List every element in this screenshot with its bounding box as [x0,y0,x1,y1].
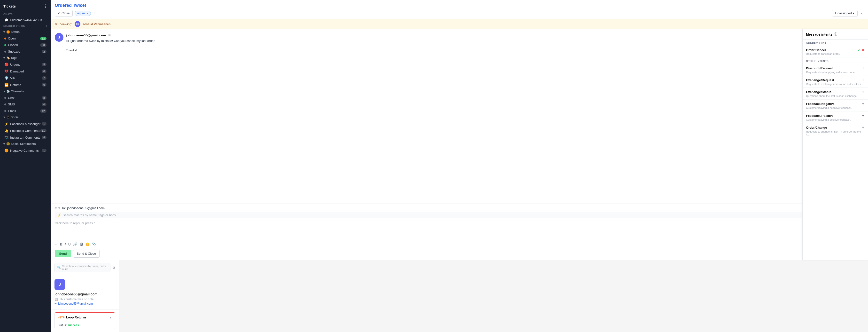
intent-item-order-change[interactable]: Order/Change + Requests to change an ite… [803,123,868,138]
chevron-down-icon-reply: ▾ [58,206,60,210]
sidebar-menu-icon[interactable]: ⋮ [44,4,48,8]
close-button[interactable]: ✓ Close [55,10,73,17]
send-button[interactable]: Send [55,250,71,258]
sidebar-item-customer[interactable]: 💬 Customer #464842863 [1,17,50,23]
intent-exchange-request-name: Exchange/Request [806,78,834,82]
integration-card: HTTP Loop Returns ▲ Status: success [55,312,115,329]
fb-comments-icon: 👍 [4,129,8,132]
intent-order-change-name: Order/Change [806,126,827,129]
message-body: Hi I just ordered twice by mistake! Can … [66,38,864,53]
underline-icon[interactable]: U [68,242,71,246]
search-customers[interactable]: 🔍 Search for customers by email, order n… [55,263,111,272]
link-icon[interactable]: 🔗 [73,242,77,246]
attach-icon[interactable]: 📎 [92,242,96,246]
intent-exchange-status-plus[interactable]: + [862,90,864,94]
intent-actions: ✓ ✕ [858,48,864,52]
checkmark-icon: ✓ [58,11,61,15]
sidebar-item-instagram-comments[interactable]: 📷 Instagram Comments 4 [1,134,50,141]
intent-exchange-status-header: Exchange/Status + [806,90,864,94]
sidebar-item-email[interactable]: Email 12 [1,108,50,114]
unassigned-button[interactable]: Unassigned ▾ [832,10,858,17]
fb-comments-count: 11 [40,129,46,132]
tags-section-toggle[interactable]: ▾ 🏷️ Tags [0,55,51,61]
negative-comments-label: Negative Comments [10,149,39,152]
chevron-down-icon-channels: ▾ [3,90,5,93]
sidebar-item-negative-comments[interactable]: 🟠 Negative Comments 1 [1,147,50,154]
social-section-toggle[interactable]: ▾ 📱 Social [0,114,51,120]
ticket-title: Ordered Twice! [55,3,864,8]
intent-feedback-positive-name: Feedback/Positive [806,114,833,118]
collapse-icon[interactable]: ▲ [109,316,112,319]
unassigned-label: Unassigned [835,11,852,15]
intent-feedback-positive-plus[interactable]: + [862,113,864,118]
sidebar-item-facebook-comments[interactable]: 👍 Facebook Comments 11 [1,127,50,134]
sidebar-item-urgent[interactable]: 🔴 Urgent 5 [1,61,50,68]
messenger-label: Facebook Messenger [10,122,40,126]
ig-comments-icon: 📷 [4,135,8,139]
status-section-toggle[interactable]: ▾ 🟠 Status [0,29,51,35]
closed-label: Closed [8,43,18,47]
intent-item-exchange-status[interactable]: Exchange/Status + Questions about the st… [803,88,868,100]
dots-icon: ··· [55,242,58,246]
intent-feedback-negative-plus[interactable]: + [862,101,864,106]
intent-item-order-cancel[interactable]: Order/Cancel ✓ ✕ Requests to cancel an o… [803,46,868,57]
email-dot-icon [4,110,6,112]
ig-comments-count: 4 [42,136,46,139]
sidebar-item-open[interactable]: Open 12 [1,35,50,41]
intent-feedback-negative-header: Feedback/Negative + [806,101,864,106]
macro-search[interactable]: ⚡ Search macros by name, tags or body... [55,212,864,218]
sidebar-item-snoozed[interactable]: Snoozed 2 [1,49,50,55]
returns-count: 0 [42,83,46,87]
sidebar-item-damaged[interactable]: 💔 Damaged 0 [1,68,50,74]
reply-toolbar: ··· B I U 🔗 🖼 😊 📎 [55,241,864,248]
reply-icons: ✉ ▾ [55,206,60,210]
reply-input[interactable]: Click here to reply, or press r. [55,220,864,240]
remove-tag-icon[interactable]: × [87,12,88,15]
intent-discount-name: Discount/Request [806,66,833,70]
urgent-tag[interactable]: urgent × [74,11,91,16]
integration-body: Status: success [55,322,115,329]
intent-check-icon[interactable]: ✓ [858,48,860,52]
message-card: J johndoeone55@gmail.com ✉ Order/Cancel … [55,33,864,53]
ticket-menu-icon[interactable]: ⋮ [860,11,864,16]
sidebar-header: Tickets ⋮ [0,0,51,11]
intent-discount-plus[interactable]: + [862,66,864,70]
social-sentiments-section-toggle[interactable]: ▾ 😊 Social Sentiments [0,141,51,147]
intent-order-change-plus[interactable]: + [862,125,864,130]
integration-badge-http: HTTP [58,316,65,319]
integration-title: HTTP Loop Returns [58,315,87,319]
intent-x-icon[interactable]: ✕ [862,48,864,52]
viewer-avatar: AV [74,21,81,27]
search-icon: 🔍 [57,266,61,269]
intent-discount-desc: Requests about applying a discount code. [806,71,864,74]
returns-label: Returns [10,83,21,87]
intent-feedback-negative-desc: Customer leaving a negative feedback. [806,107,864,109]
send-close-button[interactable]: Send & Close [73,250,100,258]
add-shared-view-button[interactable]: + [46,25,48,27]
customer-email-link[interactable]: ✉ johndoeone55@gmail.com [55,302,115,305]
reply-area: ✉ ▾ To: johndoeone55@gmail.com ⚡ Search … [51,204,868,260]
sidebar-item-chat[interactable]: Chat 8 [1,95,50,101]
chevron-down-icon-unassigned: ▾ [853,11,855,15]
image-icon[interactable]: 🖼 [80,242,83,246]
intent-exchange-request-plus[interactable]: + [862,78,864,82]
italic-icon[interactable]: I [65,242,66,246]
sidebar-title: Tickets [3,4,16,8]
sidebar-item-vip[interactable]: 💎 VIP 7 [1,75,50,81]
order-cancel-section-label: ORDER/CANCEL [803,40,868,46]
ticket-header: Ordered Twice! ✓ Close urgent × + Unassi… [51,0,868,19]
emoji-icon[interactable]: 😊 [86,242,90,246]
sidebar-item-sms[interactable]: SMS 0 [1,101,50,108]
sidebar-item-returns[interactable]: 🔁 Returns 0 [1,82,50,88]
sidebar-item-facebook-messenger[interactable]: ⚡ Facebook Messenger 1 [1,121,50,127]
intent-item-feedback-positive[interactable]: Feedback/Positive + Customer leaving a p… [803,112,868,123]
intent-item-exchange-request[interactable]: Exchange/Request + Requests to exchange … [803,76,868,88]
bold-icon[interactable]: B [60,242,62,246]
add-tag-button[interactable]: + [93,11,95,16]
damaged-count: 0 [42,69,46,73]
intent-item-feedback-negative[interactable]: Feedback/Negative + Customer leaving a n… [803,100,868,112]
intent-item-discount-request[interactable]: Discount/Request + Requests about applyi… [803,64,868,76]
sidebar-item-closed[interactable]: Closed 50 [1,42,50,48]
settings-icon[interactable]: ⚙ [113,266,115,270]
channels-section-toggle[interactable]: ▾ 📡 Channels [0,88,51,94]
